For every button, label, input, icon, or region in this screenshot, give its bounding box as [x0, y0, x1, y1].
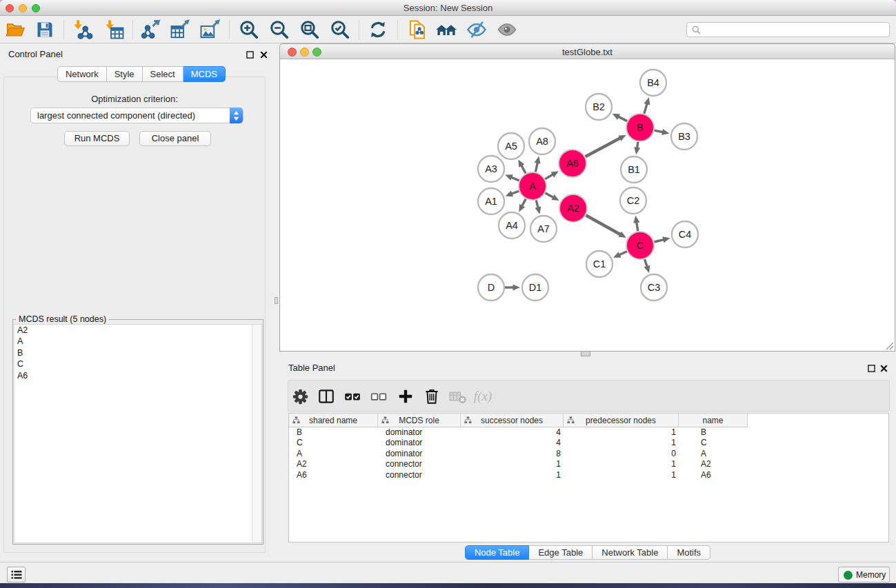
graph-node-C3[interactable]: C3 — [641, 274, 667, 301]
cell[interactable]: A6 — [289, 470, 378, 480]
cell[interactable]: C — [289, 438, 378, 448]
cell[interactable]: 1 — [564, 427, 679, 438]
graph-node-B2[interactable]: B2 — [586, 94, 612, 120]
table-row-A6[interactable]: A6connector11A6 — [289, 470, 748, 480]
table-row-A[interactable]: Adominator80A — [289, 449, 748, 459]
network-canvas[interactable]: B4B2BB3A8A5A6A3B1AA1C2A2A4A7C4CC1C3DD1 — [279, 59, 895, 352]
export-network-icon[interactable] — [139, 18, 163, 41]
graph-node-A5[interactable]: A5 — [498, 133, 524, 159]
control-tab-style[interactable]: Style — [107, 66, 143, 82]
table-tab-edge-table[interactable]: Edge Table — [529, 545, 593, 560]
control-tab-select[interactable]: Select — [143, 66, 183, 82]
graph-node-A1[interactable]: A1 — [478, 188, 504, 214]
graph-edge-A2-C[interactable] — [586, 215, 621, 234]
cell[interactable]: 4 — [461, 427, 564, 438]
cell[interactable]: A2 — [679, 459, 748, 469]
cell[interactable]: 0 — [564, 449, 679, 459]
select-all-columns-icon[interactable] — [340, 384, 365, 409]
control-panel-float-button[interactable] — [245, 50, 255, 59]
export-table-icon[interactable] — [168, 18, 192, 41]
cell[interactable]: dominator — [378, 449, 461, 459]
graph-edge-B-B3[interactable] — [655, 130, 664, 132]
column-header-shared-name[interactable]: shared name — [289, 414, 378, 427]
cell[interactable]: 1 — [461, 459, 564, 469]
control-panel-close-button[interactable] — [259, 50, 268, 59]
graph-node-C4[interactable]: C4 — [672, 221, 698, 247]
export-image-icon[interactable] — [197, 18, 222, 41]
mcds-result-item[interactable]: A — [14, 336, 261, 347]
graph-edge-B-B4[interactable] — [644, 103, 648, 114]
graph-edge-A-A2[interactable] — [545, 193, 554, 198]
function-builder-icon[interactable]: f(x) — [470, 384, 495, 409]
show-columns-icon[interactable] — [314, 384, 339, 409]
panel-splitter-handle[interactable] — [275, 297, 278, 304]
graph-node-B1[interactable]: B1 — [621, 156, 647, 183]
table-panel-close-button[interactable] — [879, 363, 888, 373]
open-session-icon[interactable] — [3, 18, 28, 41]
status-list-button[interactable] — [7, 567, 26, 582]
cell[interactable]: B — [679, 427, 748, 438]
table-settings-icon[interactable] — [288, 384, 312, 409]
column-header-MCDS-role[interactable]: MCDS role — [378, 414, 461, 427]
optimization-criterion-select[interactable]: largest connected component (directed) — [30, 108, 243, 123]
column-header-successor-nodes[interactable]: successor nodes — [461, 414, 564, 427]
cell[interactable]: connector — [378, 470, 461, 480]
unselect-all-columns-icon[interactable] — [366, 384, 391, 409]
graph-edge-B-B2[interactable] — [617, 116, 627, 121]
cell[interactable]: A2 — [289, 459, 378, 469]
graph-edge-A-A3[interactable] — [510, 177, 519, 181]
zoom-in-icon[interactable] — [237, 18, 261, 41]
split-divider-handle[interactable] — [581, 351, 590, 356]
graph-node-B3[interactable]: B3 — [671, 123, 697, 150]
create-column-icon[interactable] — [393, 384, 418, 409]
graph-edge-A-A8[interactable] — [535, 162, 537, 172]
column-header-predecessor-nodes[interactable]: predecessor nodes — [564, 414, 679, 427]
graph-edge-A-A6[interactable] — [545, 174, 553, 179]
graph-edge-A-A5[interactable] — [521, 165, 526, 174]
graph-node-C1[interactable]: C1 — [586, 251, 613, 277]
mcds-result-item[interactable]: C — [14, 358, 261, 369]
graph-node-D[interactable]: D — [478, 274, 504, 301]
cell[interactable]: 1 — [461, 470, 564, 480]
hide-graphics-icon[interactable] — [464, 18, 489, 41]
graph-node-A3[interactable]: A3 — [478, 156, 504, 182]
delete-column-icon[interactable] — [419, 384, 444, 409]
graph-node-B[interactable]: B — [626, 114, 654, 141]
close-panel-button[interactable]: Close panel — [139, 131, 211, 146]
graph-node-C2[interactable]: C2 — [620, 187, 646, 214]
graph-node-B4[interactable]: B4 — [640, 70, 666, 96]
cell[interactable]: dominator — [378, 427, 461, 438]
graph-node-A2[interactable]: A2 — [559, 194, 587, 222]
network-graph[interactable]: B4B2BB3A8A5A6A3B1AA1C2A2A4A7C4CC1C3DD1 — [281, 59, 895, 351]
cell[interactable]: A — [679, 449, 748, 459]
graph-edge-A6-B[interactable] — [586, 138, 621, 156]
mcds-result-item[interactable]: B — [14, 347, 261, 358]
save-session-icon[interactable] — [32, 18, 57, 41]
cell[interactable]: C — [679, 438, 748, 448]
table-tab-motifs[interactable]: Motifs — [668, 545, 710, 560]
graph-node-A7[interactable]: A7 — [530, 216, 557, 242]
cell[interactable]: connector — [378, 459, 461, 469]
table-tab-network-table[interactable]: Network Table — [593, 545, 668, 560]
zoom-out-icon[interactable] — [267, 18, 292, 41]
cell[interactable]: dominator — [378, 438, 461, 448]
cell[interactable]: 8 — [461, 449, 564, 459]
graph-node-C[interactable]: C — [626, 232, 654, 259]
graph-edge-C-C1[interactable] — [619, 252, 627, 256]
mcds-result-item[interactable]: A2 — [14, 325, 261, 336]
cell[interactable]: A — [289, 449, 378, 459]
column-header-name[interactable]: name — [679, 414, 748, 427]
mcds-result-item[interactable]: A6 — [14, 370, 261, 381]
mcds-result-scrollbar[interactable] — [252, 325, 261, 543]
control-tab-mcds[interactable]: MCDS — [183, 66, 226, 82]
run-mcds-button[interactable]: Run MCDS — [64, 131, 130, 146]
graph-node-A6[interactable]: A6 — [559, 150, 586, 177]
window-resize-grip[interactable] — [886, 343, 894, 350]
zoom-fit-icon[interactable] — [297, 18, 322, 41]
table-row-B[interactable]: Bdominator41B — [289, 427, 748, 438]
table-panel-float-button[interactable] — [866, 363, 876, 373]
zoom-selected-icon[interactable] — [328, 18, 352, 41]
memory-button[interactable]: Memory — [838, 567, 890, 582]
graph-node-D1[interactable]: D1 — [522, 274, 548, 301]
graph-node-A8[interactable]: A8 — [529, 128, 555, 154]
